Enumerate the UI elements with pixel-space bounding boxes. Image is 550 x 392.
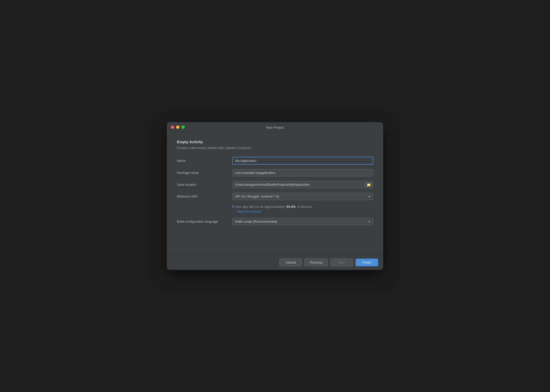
new-project-dialog: New Project Empty Activity Create a new …	[167, 122, 383, 270]
build-config-select[interactable]: Kotlin script (Recommended) Groovy DSL	[232, 218, 373, 225]
package-name-label: Package name	[177, 171, 232, 175]
traffic-lights	[171, 125, 185, 129]
save-location-row: Save location 📁	[177, 181, 373, 188]
minimum-sdk-row: Minimum SDK API 24 ("Nougat"; Android 7.…	[177, 193, 373, 200]
name-input[interactable]	[232, 157, 373, 165]
next-button[interactable]: Next	[330, 259, 353, 266]
cancel-button[interactable]: Cancel	[279, 259, 302, 266]
package-name-row: Package name	[177, 169, 373, 176]
save-location-wrapper: 📁	[232, 181, 373, 188]
name-label: Name	[177, 159, 232, 163]
info-icon: ℹ	[232, 205, 233, 209]
sdk-info-suffix: of devices.	[297, 205, 313, 209]
minimize-button[interactable]	[176, 125, 179, 129]
minimum-sdk-select-wrapper: API 24 ("Nougat"; Android 7.0) API 21 ("…	[232, 193, 373, 200]
dialog-body: Empty Activity Create a new empty activi…	[167, 132, 383, 235]
package-name-input[interactable]	[232, 169, 373, 176]
browse-folder-button[interactable]: 📁	[364, 182, 373, 188]
build-config-label: Build configuration language	[177, 220, 232, 223]
window-title: New Project	[266, 126, 284, 129]
sdk-info-text: ℹ Your app will run on approximately 94.…	[232, 205, 373, 209]
folder-icon: 📁	[367, 183, 371, 187]
build-config-row: Build configuration language Kotlin scri…	[177, 218, 373, 225]
minimum-sdk-label: Minimum SDK	[177, 194, 232, 198]
build-config-select-wrapper: Kotlin script (Recommended) Groovy DSL ▼	[232, 218, 373, 225]
previous-button[interactable]: Previous	[304, 259, 328, 266]
save-location-label: Save location	[177, 183, 232, 186]
save-location-input[interactable]	[232, 181, 364, 188]
maximize-button[interactable]	[181, 125, 185, 129]
sdk-info: ℹ Your app will run on approximately 94.…	[232, 205, 373, 213]
sdk-percentage: 94.4%	[286, 205, 296, 209]
close-button[interactable]	[171, 125, 174, 129]
name-row: Name	[177, 157, 373, 165]
sdk-info-prefix: Your app will run on approximately	[235, 205, 285, 209]
dialog-footer: Cancel Previous Next Finish	[167, 255, 383, 270]
section-subtitle: Create a new empty activity with Jetpack…	[177, 146, 373, 150]
help-me-choose-link[interactable]: Help me choose	[237, 210, 373, 213]
finish-button[interactable]: Finish	[356, 259, 378, 266]
section-title: Empty Activity	[177, 140, 373, 144]
minimum-sdk-select[interactable]: API 24 ("Nougat"; Android 7.0) API 21 ("…	[232, 193, 373, 200]
title-bar: New Project	[167, 122, 383, 132]
